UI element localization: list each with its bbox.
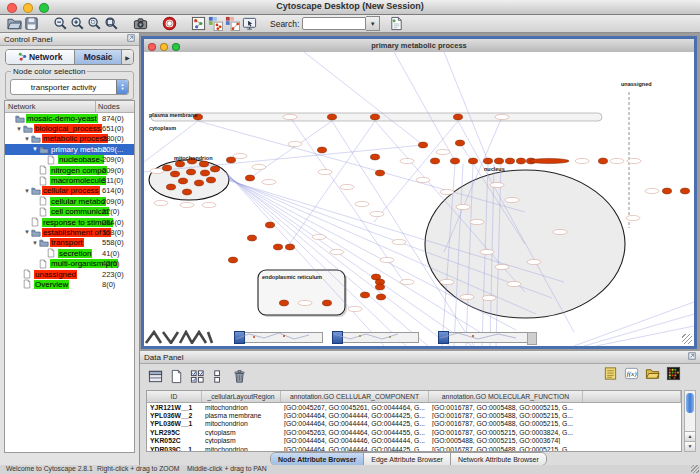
network-node[interactable] bbox=[662, 188, 671, 194]
network-node[interactable] bbox=[516, 158, 525, 164]
tree-row[interactable]: mosaic-demo-yeast874(0) bbox=[5, 113, 134, 123]
tree-row[interactable]: ▼cellular process614(0) bbox=[5, 186, 134, 196]
network-node[interactable] bbox=[273, 244, 282, 250]
network-node[interactable] bbox=[245, 175, 254, 181]
select-attributes-icon[interactable] bbox=[147, 368, 164, 384]
background-window-1[interactable] bbox=[234, 331, 323, 344]
background-window-4[interactable] bbox=[527, 332, 537, 345]
network-node[interactable] bbox=[680, 188, 689, 194]
network-node[interactable] bbox=[494, 158, 503, 164]
table-scrollbar[interactable]: ▲ ▼ bbox=[684, 390, 696, 452]
tree-row[interactable]: ▼metabolic process280(0) bbox=[5, 134, 134, 144]
tree-row[interactable]: ▼biological_process651(0) bbox=[5, 123, 134, 133]
network-view-window[interactable]: primary metabolic process plasma membran… bbox=[141, 36, 697, 349]
table-row[interactable]: YPL036W__2plasma membrane[GO:0044464, GO… bbox=[147, 411, 681, 419]
window-resize-grip[interactable] bbox=[682, 334, 692, 344]
expand-arrow-icon[interactable]: ▼ bbox=[23, 229, 31, 235]
table-row[interactable]: YJR121W__1mitochondrion[GO:0045267, GO:0… bbox=[147, 403, 681, 411]
network-node[interactable] bbox=[162, 165, 171, 171]
snapshot-icon[interactable] bbox=[132, 16, 149, 32]
expand-arrow-icon[interactable]: ▼ bbox=[23, 136, 31, 142]
select-all-attributes-icon[interactable] bbox=[189, 368, 206, 384]
tab-mosaic[interactable]: Mosaic bbox=[74, 50, 121, 64]
tree-row[interactable]: response to stimulu264(0) bbox=[5, 217, 134, 227]
network-node[interactable] bbox=[505, 158, 514, 164]
search-input[interactable] bbox=[302, 17, 366, 30]
network-node[interactable] bbox=[370, 114, 379, 120]
network-node[interactable] bbox=[483, 158, 492, 164]
network-node[interactable] bbox=[228, 257, 237, 263]
network-node[interactable] bbox=[199, 161, 208, 167]
table-row[interactable]: YLR295Ccytoplasm[GO:0045263, GO:0044464,… bbox=[147, 428, 681, 436]
network-canvas[interactable]: plasma membranecytoplasmmitochondrionnuc… bbox=[144, 52, 694, 346]
table-row[interactable]: YKR052Ccytoplasm[GO:0044464, GO:0044446,… bbox=[147, 437, 681, 445]
network-node[interactable] bbox=[370, 154, 379, 160]
heatmap-icon[interactable] bbox=[665, 365, 682, 381]
save-icon[interactable] bbox=[23, 16, 40, 32]
network-node[interactable] bbox=[430, 158, 439, 164]
network-node[interactable] bbox=[468, 158, 477, 164]
open-icon[interactable] bbox=[6, 16, 23, 32]
network-node[interactable] bbox=[376, 294, 385, 300]
network-node[interactable] bbox=[186, 169, 195, 175]
background-window-2[interactable] bbox=[332, 331, 419, 344]
background-network-thumbnail[interactable] bbox=[144, 330, 214, 344]
import-table-icon[interactable] bbox=[644, 365, 661, 381]
table-row[interactable]: YDR039C__1mitochondrion[GO:0044464, GO:0… bbox=[147, 445, 681, 452]
table-column-header[interactable]: ID bbox=[147, 391, 202, 402]
unselect-all-attributes-icon[interactable] bbox=[210, 368, 227, 384]
tree-row[interactable]: secretion41(0) bbox=[5, 248, 134, 258]
tree-row[interactable]: Overview8(0) bbox=[5, 279, 134, 289]
zoom-fit-icon[interactable] bbox=[103, 16, 120, 32]
network-node[interactable] bbox=[200, 170, 209, 176]
annotation-import-icon[interactable] bbox=[388, 16, 405, 32]
expand-arrow-icon[interactable]: ▼ bbox=[31, 146, 39, 152]
network-node[interactable] bbox=[375, 284, 384, 290]
scrollbar-thumb[interactable] bbox=[686, 393, 694, 413]
network-node[interactable] bbox=[265, 222, 274, 228]
zoom-out-icon[interactable] bbox=[52, 16, 69, 32]
network-node[interactable] bbox=[226, 157, 235, 163]
network-node[interactable] bbox=[247, 235, 256, 241]
expand-arrow-icon[interactable]: ▼ bbox=[23, 188, 31, 194]
network-node[interactable] bbox=[194, 180, 203, 186]
table-column-header[interactable]: _cellularLayoutRegion bbox=[202, 391, 281, 402]
network-node[interactable] bbox=[375, 170, 384, 176]
vizmapper-icon[interactable] bbox=[241, 16, 258, 32]
app-resize-grip[interactable] bbox=[691, 465, 699, 473]
background-window-3[interactable] bbox=[438, 331, 529, 344]
float-panel-icon[interactable] bbox=[688, 352, 696, 362]
network-node[interactable] bbox=[182, 189, 191, 195]
expand-arrow-icon[interactable]: ▼ bbox=[31, 240, 39, 246]
network-view-titlebar[interactable]: primary metabolic process bbox=[144, 39, 694, 53]
network-node[interactable] bbox=[166, 184, 175, 190]
float-panel-icon[interactable] bbox=[127, 34, 135, 44]
tree-row[interactable]: ▼establishment of lo558(0) bbox=[5, 227, 134, 237]
tab-node-attribute-browser[interactable]: Node Attribute Browser bbox=[271, 453, 364, 465]
table-column-header[interactable]: annotation.GO CELLULAR_COMPONENT bbox=[281, 391, 429, 402]
network-node[interactable] bbox=[455, 140, 464, 146]
expand-arrow-icon[interactable]: ▼ bbox=[15, 126, 23, 132]
create-attribute-icon[interactable] bbox=[168, 368, 185, 384]
network-node[interactable] bbox=[210, 166, 219, 172]
tree-row[interactable]: cell communicat22(0) bbox=[5, 207, 134, 217]
search-dropdown-button[interactable]: ▼ bbox=[366, 16, 380, 31]
network-node[interactable] bbox=[170, 171, 179, 177]
network-node[interactable] bbox=[322, 300, 331, 306]
delete-attribute-icon[interactable] bbox=[231, 368, 248, 384]
network-node[interactable] bbox=[360, 292, 369, 298]
zoom-in-icon[interactable] bbox=[69, 16, 86, 32]
network-node[interactable] bbox=[327, 114, 336, 120]
tree-row[interactable]: cellular metabo209(0) bbox=[5, 196, 134, 206]
tree-row[interactable]: macromolecule311(0) bbox=[5, 175, 134, 185]
vizmap-edge-icon[interactable] bbox=[224, 16, 241, 32]
tree-row[interactable]: unassigned223(0) bbox=[5, 269, 134, 279]
network-node[interactable] bbox=[453, 114, 462, 120]
network-node[interactable] bbox=[175, 161, 184, 167]
table-column-header[interactable]: annotation.GO MOLECULAR_FUNCTION bbox=[429, 391, 583, 402]
network-node[interactable] bbox=[206, 177, 215, 183]
tree-column-network[interactable]: Network bbox=[5, 101, 95, 112]
network-node[interactable] bbox=[285, 244, 294, 250]
network-node[interactable] bbox=[450, 158, 459, 164]
help-icon[interactable] bbox=[161, 16, 178, 32]
